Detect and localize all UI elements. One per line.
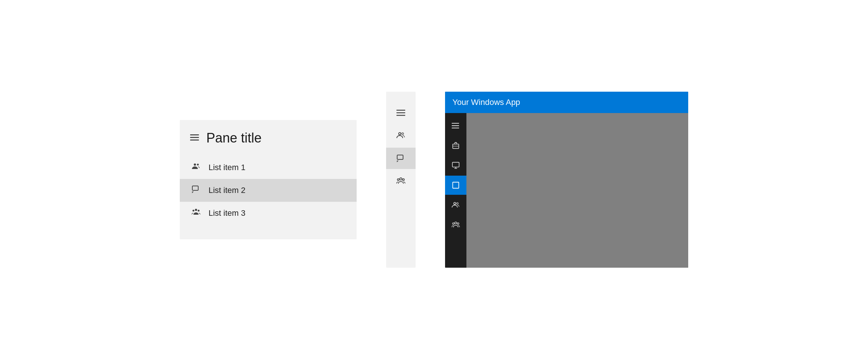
- svg-rect-11: [396, 115, 405, 116]
- app-content-area: [466, 113, 688, 268]
- nav-expanded-header: Pane title: [180, 120, 357, 153]
- nav-item-2[interactable]: List item 2: [180, 179, 357, 202]
- nav-item-3[interactable]: List item 3: [180, 202, 357, 225]
- nav-pane-title: Pane title: [206, 130, 262, 146]
- svg-point-13: [402, 133, 404, 134]
- svg-rect-14: [397, 155, 403, 159]
- svg-point-28: [456, 203, 458, 204]
- svg-rect-26: [453, 182, 459, 188]
- collapsed-hamburger[interactable]: [386, 102, 416, 123]
- sidebar-hamburger[interactable]: [445, 116, 466, 135]
- svg-point-7: [195, 209, 197, 211]
- svg-rect-23: [452, 162, 459, 167]
- nav-expanded-panel: Pane title List item 1: [180, 120, 357, 239]
- nav-item-1[interactable]: List item 1: [180, 156, 357, 179]
- svg-rect-1: [190, 137, 199, 138]
- nav-item-3-label: List item 3: [209, 208, 245, 218]
- app-sidebar: [445, 113, 466, 268]
- app-titlebar-text: Your Windows App: [452, 98, 520, 107]
- nav-collapsed-panel: [386, 92, 416, 268]
- people-group-icon-3: [190, 208, 202, 219]
- svg-point-3: [194, 163, 196, 166]
- collapsed-item-people-group[interactable]: [386, 170, 416, 192]
- app-body: [445, 113, 688, 268]
- svg-rect-10: [396, 112, 405, 113]
- svg-point-4: [197, 163, 199, 165]
- app-titlebar: Your Windows App: [445, 92, 688, 113]
- svg-point-15: [398, 179, 399, 180]
- svg-rect-0: [190, 134, 199, 135]
- nav-item-1-label: List item 1: [209, 163, 245, 172]
- nav-item-2-label: List item 2: [209, 186, 245, 195]
- collapsed-item-people[interactable]: [386, 125, 416, 146]
- svg-rect-2: [190, 140, 199, 141]
- sidebar-square[interactable]: [445, 176, 466, 195]
- svg-point-27: [454, 202, 456, 204]
- svg-point-6: [193, 210, 195, 211]
- sidebar-monitor[interactable]: [445, 156, 466, 175]
- svg-point-17: [403, 179, 405, 180]
- svg-point-30: [455, 222, 457, 224]
- svg-point-12: [399, 133, 401, 135]
- svg-point-31: [457, 223, 459, 225]
- svg-rect-19: [452, 125, 459, 126]
- svg-rect-20: [452, 127, 459, 128]
- svg-rect-5: [192, 186, 198, 190]
- svg-rect-9: [396, 110, 405, 111]
- sidebar-people-group[interactable]: [445, 215, 466, 235]
- svg-point-8: [198, 210, 200, 211]
- windows-app-panel: Your Windows App: [445, 92, 688, 268]
- people-icon-1: [190, 162, 202, 173]
- svg-point-16: [400, 178, 402, 180]
- sidebar-briefcase[interactable]: [445, 136, 466, 155]
- hamburger-icon[interactable]: [190, 133, 199, 143]
- sidebar-people[interactable]: [445, 196, 466, 215]
- svg-point-29: [452, 223, 454, 225]
- collapsed-item-chat[interactable]: [386, 148, 416, 169]
- nav-expanded-items: List item 1 List item 2: [180, 153, 357, 239]
- main-container: Pane title List item 1: [158, 70, 710, 290]
- chat-icon-2: [190, 185, 202, 196]
- svg-rect-18: [452, 123, 459, 123]
